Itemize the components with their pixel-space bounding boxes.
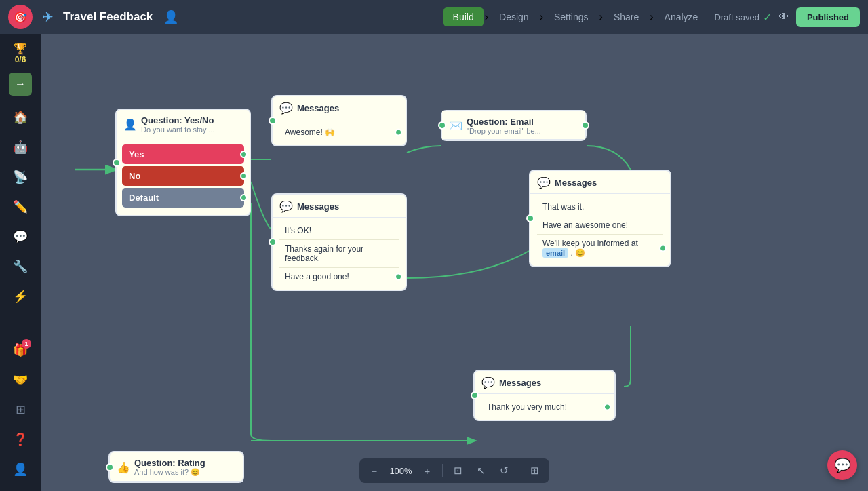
- msg4-item-1: Thank you very much!: [481, 398, 608, 416]
- canvas: 👤 Question: Yes/No Do you want to stay .…: [41, 34, 868, 491]
- email-icon: ✉️: [449, 119, 462, 132]
- msg4-icon: 💬: [481, 376, 495, 389]
- yesno-option-yes[interactable]: Yes: [122, 144, 244, 164]
- yesno-node[interactable]: 👤 Question: Yes/No Do you want to stay .…: [115, 109, 251, 216]
- msg1-title: Messages: [297, 103, 339, 113]
- user-icon[interactable]: 👤: [163, 9, 178, 24]
- no-port: [240, 172, 248, 180]
- sidebar-tools[interactable]: 🔧: [7, 253, 34, 280]
- zoom-toolbar: − 100% + ⊡ ↖ ↺ ⊞: [359, 458, 549, 483]
- msg3-item-3: We'll keep you informed at email . 😊: [537, 235, 663, 262]
- tab-design[interactable]: Design: [490, 7, 538, 26]
- zoom-out-button[interactable]: −: [365, 461, 384, 480]
- email-node[interactable]: ✉️ Question: Email "Drop your email" be.…: [441, 110, 587, 141]
- yesno-icon: 👤: [123, 118, 137, 131]
- sidebar-signal[interactable]: 📡: [7, 163, 34, 191]
- score-label: 0/6: [15, 55, 26, 64]
- check-icon: ✓: [763, 11, 772, 24]
- messages-node-2[interactable]: 💬 Messages It's OK! Thanks again for you…: [271, 193, 407, 291]
- nav-right: Draft saved ✓ 👁 Published: [714, 7, 860, 27]
- yesno-option-no[interactable]: No: [122, 166, 244, 186]
- msg1-header: 💬 Messages: [273, 96, 406, 119]
- nav-tabs: Build › Design › Settings › Share › Anal…: [443, 7, 708, 26]
- chat-bubble-button[interactable]: 💬: [827, 450, 857, 480]
- msg2-title: Messages: [297, 201, 339, 212]
- logo: 🎯: [8, 5, 33, 29]
- sidebar-pen[interactable]: ✏️: [7, 193, 34, 220]
- msg2-item-1: It's OK!: [279, 222, 399, 240]
- msg4-header: 💬 Messages: [475, 371, 614, 394]
- yesno-subtitle: Do you want to stay ...: [141, 125, 215, 134]
- yesno-header: 👤 Question: Yes/No Do you want to stay .…: [117, 110, 250, 138]
- sidebar-grid[interactable]: ⊞: [7, 396, 34, 423]
- notif-badge: 1: [22, 339, 31, 349]
- sidebar-bolt[interactable]: ⚡: [7, 283, 34, 310]
- zoom-in-button[interactable]: +: [418, 461, 437, 480]
- msg3-item-1: That was it.: [537, 198, 663, 216]
- airplane-icon: ✈: [42, 9, 54, 25]
- yesno-option-default[interactable]: Default: [122, 188, 244, 208]
- messages-node-1[interactable]: 💬 Messages Awesome! 🙌: [271, 95, 407, 146]
- project-title: Travel Feedback: [63, 10, 153, 24]
- connections-svg: [41, 34, 868, 491]
- reset-button[interactable]: ↺: [494, 461, 513, 480]
- yes-port: [240, 151, 248, 158]
- msg4-body: Thank you very much!: [475, 394, 614, 420]
- msg1-port: [395, 129, 402, 136]
- msg4-title: Messages: [499, 378, 541, 388]
- expand-button[interactable]: ⊞: [525, 461, 544, 480]
- msg4-port: [604, 404, 611, 411]
- fit-button[interactable]: ⊡: [448, 461, 467, 480]
- sidebar-avatar[interactable]: 👤: [7, 456, 34, 483]
- cursor-button[interactable]: ↖: [471, 461, 490, 480]
- msg3-port: [659, 245, 667, 252]
- msg2-input-port: [269, 238, 277, 246]
- top-nav: 🎯 ✈ Travel Feedback 👤 Build › Design › S…: [0, 0, 868, 34]
- tab-settings[interactable]: Settings: [545, 7, 598, 26]
- email-title: Question: Email: [467, 117, 541, 127]
- default-port: [240, 194, 248, 201]
- msg2-body: It's OK! Thanks again for your feedback.…: [273, 218, 406, 290]
- email-subtitle: "Drop your email" be...: [467, 127, 541, 135]
- messages-node-4[interactable]: 💬 Messages Thank you very much!: [473, 370, 616, 421]
- messages-node-3[interactable]: 💬 Messages That was it. Have an awesome …: [529, 170, 671, 267]
- chevron-icon: ›: [599, 11, 603, 23]
- yesno-title: Question: Yes/No: [141, 115, 215, 125]
- sidebar-hand[interactable]: 🤝: [7, 366, 34, 393]
- rating-subtitle: And how was it? 😊: [134, 468, 205, 477]
- draft-saved: Draft saved ✓: [714, 11, 771, 24]
- sidebar-home[interactable]: 🏠: [7, 104, 34, 131]
- chevron-icon: ›: [540, 11, 543, 23]
- published-button[interactable]: Published: [796, 7, 860, 27]
- msg1-input-port: [269, 117, 277, 125]
- msg2-item-2: Thanks again for your feedback.: [279, 240, 399, 268]
- email-output-port: [581, 121, 589, 130]
- rating-node[interactable]: 👍 Question: Rating And how was it? 😊: [108, 451, 244, 483]
- sidebar-question[interactable]: ❓: [7, 426, 34, 453]
- msg3-title: Messages: [555, 178, 597, 188]
- rating-title: Question: Rating: [134, 458, 205, 468]
- msg1-item-1: Awesome! 🙌: [279, 123, 399, 141]
- tab-build[interactable]: Build: [443, 7, 484, 26]
- trophy-icon: 🏆: [14, 42, 27, 55]
- tab-analyze[interactable]: Analyze: [655, 7, 708, 26]
- yesno-options: Yes No Default: [117, 138, 250, 215]
- sidebar-bot[interactable]: 🤖: [7, 134, 34, 161]
- email-header: ✉️ Question: Email "Drop your email" be.…: [442, 111, 585, 140]
- preview-button[interactable]: 👁: [778, 11, 789, 23]
- sidebar-notif[interactable]: 🎁 1: [7, 336, 34, 364]
- msg4-input-port: [471, 391, 479, 399]
- sidebar-expand-button[interactable]: →: [9, 73, 32, 96]
- chevron-icon: ›: [650, 11, 653, 23]
- msg2-port: [395, 273, 402, 281]
- msg1-body: Awesome! 🙌: [273, 119, 406, 145]
- email-tag: email: [542, 248, 568, 258]
- sidebar-chat[interactable]: 💬: [7, 223, 34, 250]
- chevron-icon: ›: [485, 11, 488, 23]
- msg3-icon: 💬: [537, 176, 551, 189]
- msg3-item-2: Have an awesome one!: [537, 216, 663, 235]
- tab-share[interactable]: Share: [604, 7, 648, 26]
- rating-header: 👍 Question: Rating And how was it? 😊: [110, 452, 243, 482]
- msg2-item-3: Have a good one!: [279, 268, 399, 286]
- yesno-input-port: [113, 159, 121, 167]
